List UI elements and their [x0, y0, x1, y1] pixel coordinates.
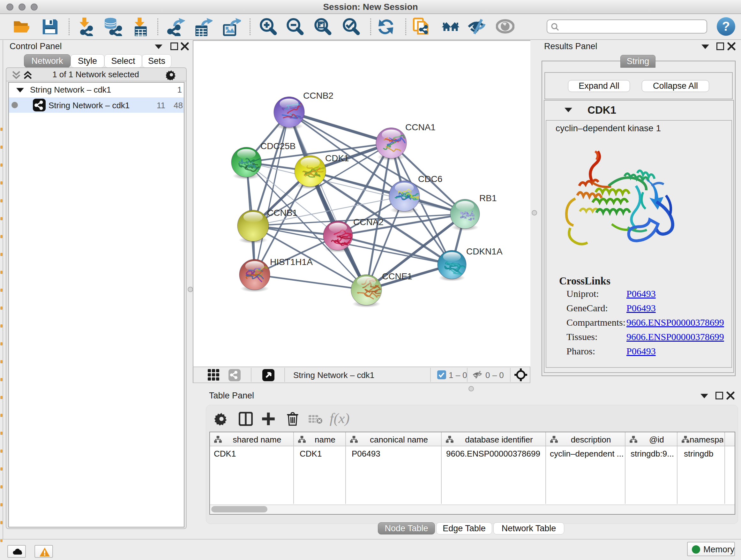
- svg-text:CCNE1: CCNE1: [382, 271, 412, 281]
- svg-text:CCNA1: CCNA1: [405, 122, 435, 132]
- svg-text:CDC6: CDC6: [418, 174, 442, 184]
- svg-text:CDK1: CDK1: [325, 153, 349, 163]
- svg-text:RB1: RB1: [479, 193, 496, 203]
- svg-text:CCNA2: CCNA2: [353, 217, 384, 227]
- svg-text:CDKN1A: CDKN1A: [466, 246, 502, 256]
- svg-text:CDC25B: CDC25B: [260, 141, 295, 151]
- svg-text:CCNB2: CCNB2: [303, 91, 333, 101]
- svg-text:CCNB1: CCNB1: [267, 208, 297, 218]
- svg-text:HIST1H1A: HIST1H1A: [270, 257, 313, 267]
